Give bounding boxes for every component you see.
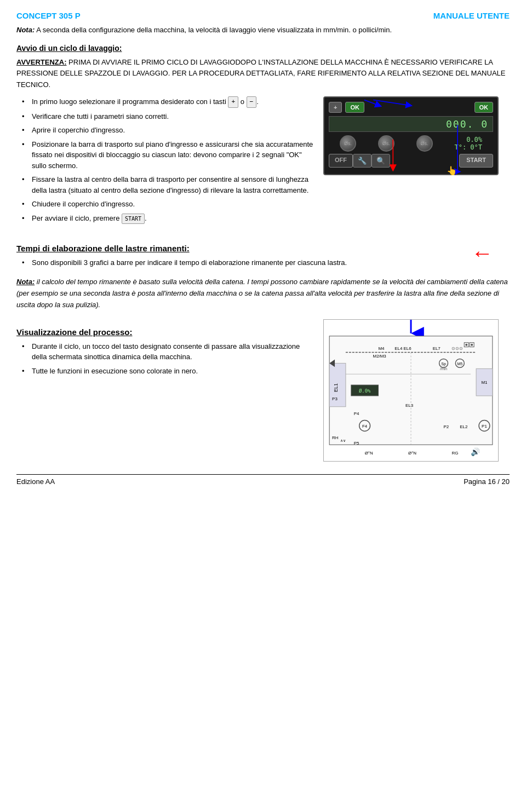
svg-text:Sp: Sp — [441, 362, 446, 366]
minus-btn: − — [247, 96, 257, 108]
svg-text:RH: RH — [332, 435, 339, 440]
panel-knob-3[interactable]: Øs. — [416, 135, 433, 152]
tempi-bullet-1: Sono disponibili 3 grafici a barre per i… — [22, 257, 447, 268]
svg-text:∧∨: ∧∨ — [340, 439, 346, 442]
machine-panel-col: + OK OK 000. 0 Øs. — [323, 96, 510, 227]
knob2-label: Øs. — [382, 141, 390, 146]
visualizzazione-section: Visualizzazione del processo: Durante il… — [16, 319, 510, 463]
svg-text:M4: M4 — [378, 345, 385, 350]
bullet-6: Chiudere il coperchio d'ingresso. — [22, 199, 315, 210]
svg-text:EL2: EL2 — [460, 424, 467, 429]
start-inline-img: START — [122, 214, 145, 224]
plus-btn: + — [228, 96, 238, 108]
bullets-col: In primo luogo selezionare il programma … — [16, 96, 315, 227]
bullet-7: Per avviare il ciclo, premere START. — [22, 213, 315, 224]
visualizzazione-left: Visualizzazione del processo: Durante il… — [16, 319, 312, 463]
warning-label: AVVERTENZA: — [16, 58, 66, 66]
bullet-4: Posizionare la barra di trasporto sul pi… — [22, 139, 315, 171]
svg-text:M2/M3: M2/M3 — [373, 354, 387, 359]
tempi-left: Tempi di elaborazione delle lastre riman… — [16, 235, 447, 272]
panel-off-btn[interactable]: OFF — [329, 154, 353, 168]
page-footer: Edizione AA Pagina 16 / 20 — [16, 474, 510, 486]
panel-plus-btn[interactable]: + — [329, 102, 342, 113]
red-arrow-icon: ← — [471, 241, 493, 266]
panel-mag-btn[interactable]: 🔍 — [371, 154, 390, 168]
warning-block: AVVERTENZA: PRIMA DI AVVIARE IL PRIMO CI… — [16, 57, 510, 91]
svg-text:EL3: EL3 — [405, 402, 414, 407]
svg-text:EL7: EL7 — [433, 345, 441, 350]
svg-text:Ø.0%: Ø.0% — [359, 388, 371, 394]
svg-text:🔊: 🔊 — [471, 447, 481, 457]
nota-italic-label: Nota: — [16, 278, 35, 286]
visualizzazione-bullets: Durante il ciclo, un tocco del tasto des… — [16, 341, 312, 377]
schematic-wrapper: EL1 M1 M4 EL4 EL6 EL7 M2/M3 Ø.0% P3 P4 P… — [323, 319, 510, 463]
panel-row-1: + OK OK — [329, 102, 493, 113]
schematic-col: EL1 M1 M4 EL4 EL6 EL7 M2/M3 Ø.0% P3 P4 P… — [323, 319, 510, 463]
panel-ok2-btn[interactable]: OK — [474, 102, 494, 113]
vis-bullet-2: Tutte le funzioni in esecuzione sono col… — [22, 366, 312, 377]
panel-knob-1[interactable]: Øs. — [340, 135, 356, 152]
panel-row-2: 000. 0 — [329, 116, 493, 132]
tempi-arrow: ← — [455, 235, 510, 272]
tempi-title: Tempi di elaborazione delle lastre riman… — [16, 244, 447, 253]
bullet-5: Fissare la lastra al centro della barra … — [22, 174, 315, 195]
svg-point-36 — [471, 343, 473, 345]
svg-text:F4: F4 — [362, 424, 368, 429]
bullet-2: Verificare che tutti i parametri siano c… — [22, 111, 315, 122]
page-header: CONCEPT 305 P MANUALE UTENTE — [16, 11, 510, 20]
bullet-3: Aprire il coperchio d'ingresso. — [22, 125, 315, 136]
instruction-list: In primo luogo selezionare il programma … — [16, 96, 315, 224]
nota-italic-text: il calcolo del tempo rimanente è basato … — [16, 278, 508, 309]
panel-main-display: 000. 0 — [329, 116, 493, 132]
svg-text:P5: P5 — [354, 441, 359, 446]
main-two-col: In primo luogo selezionare il programma … — [16, 96, 510, 227]
nota-italic-block: Nota: il calcolo del tempo rimanente è b… — [16, 277, 510, 310]
panel-start-btn[interactable]: START — [459, 154, 493, 168]
schematic-svg: EL1 M1 M4 EL4 EL6 EL7 M2/M3 Ø.0% P3 P4 P… — [323, 319, 499, 462]
visualizzazione-title: Visualizzazione del processo: — [16, 327, 312, 337]
doc-title-right: MANUALE UTENTE — [433, 11, 510, 20]
bullet-1: In primo luogo selezionare il programma … — [22, 96, 315, 108]
panel-ok1-btn[interactable]: OK — [345, 102, 364, 113]
panel-small-display: 0.0% T°: 0°T — [454, 136, 482, 151]
svg-text:EL1: EL1 — [333, 383, 339, 392]
svg-point-35 — [465, 343, 467, 345]
tempi-bullets: Sono disponibili 3 grafici a barre per i… — [16, 257, 447, 268]
svg-text:M5: M5 — [457, 362, 462, 366]
footer-right: Pagina 16 / 20 — [464, 477, 510, 486]
panel-knob-2[interactable]: Øs. — [378, 135, 395, 152]
doc-title-left: CONCEPT 305 P — [16, 11, 81, 20]
panel-btn-row: OFF 🔧 🔍 START — [329, 154, 493, 168]
svg-text:Ø°N: Ø°N — [408, 451, 416, 456]
svg-text:P4: P4 — [354, 411, 359, 416]
svg-text:P1: P1 — [482, 424, 487, 429]
panel-wrapper: + OK OK 000. 0 Øs. — [323, 96, 499, 175]
note-text: A seconda della configurazione della mac… — [36, 26, 392, 34]
svg-text:EL4 EL6: EL4 EL6 — [395, 345, 411, 350]
machine-panel: + OK OK 000. 0 Øs. — [323, 96, 499, 175]
knob3-label: Øs. — [421, 141, 428, 146]
panel-knobs-row: Øs. Øs. Øs. 0. — [329, 135, 493, 152]
avvio-title: Avvio di un ciclo di lavaggio: — [16, 44, 510, 53]
knob1-label: Øs. — [344, 141, 352, 146]
tempi-section: Tempi di elaborazione delle lastre riman… — [16, 235, 510, 272]
note-label: Nota: — [16, 26, 35, 34]
panel-display2: 0.0% — [454, 136, 482, 143]
svg-text:RG: RG — [451, 451, 458, 456]
svg-text:⊙⊙⊙: ⊙⊙⊙ — [451, 345, 463, 350]
svg-text:P2: P2 — [444, 424, 449, 429]
panel-tool-btn[interactable]: 🔧 — [353, 154, 371, 168]
vis-bullet-1: Durante il ciclo, un tocco del tasto des… — [22, 341, 312, 362]
panel-display3: T°: 0°T — [454, 143, 482, 151]
header-note: Nota: A seconda della configurazione del… — [16, 25, 510, 36]
svg-text:P3: P3 — [332, 396, 338, 401]
svg-text:M1: M1 — [481, 380, 488, 385]
svg-text:Ø°N: Ø°N — [365, 451, 373, 456]
svg-text:/min: /min — [440, 367, 447, 371]
footer-left: Edizione AA — [16, 477, 55, 486]
